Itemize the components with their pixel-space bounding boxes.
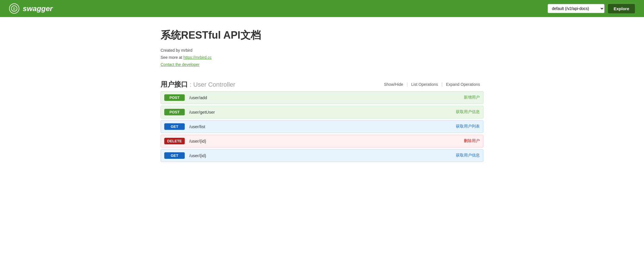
controller-title-main: 用户接口 — [161, 80, 188, 88]
controller-actions: Show/Hide | List Operations | Expand Ope… — [381, 82, 483, 87]
api-row[interactable]: GET/user/{id}获取用户信息 — [161, 149, 483, 162]
see-more-text: See more at — [161, 55, 182, 60]
header-right: default (/v2/api-docs) Explore — [548, 4, 635, 13]
api-path: /user/list — [189, 124, 451, 129]
contact-link[interactable]: Contact the developer — [161, 61, 483, 68]
controller-header: 用户接口 : User Controller Show/Hide | List … — [161, 80, 483, 89]
app-header: {} swagger default (/v2/api-docs) Explor… — [0, 0, 644, 17]
explore-button[interactable]: Explore — [608, 4, 635, 13]
controller-title-sub: : User Controller — [190, 81, 235, 88]
api-row[interactable]: DELETE/user/{id}删除用户 — [161, 135, 483, 147]
swagger-logo-icon: {} — [9, 3, 19, 14]
api-path: /user/{id} — [189, 139, 459, 143]
api-row[interactable]: POST/user/add新增用户 — [161, 91, 483, 104]
created-by-text: Created by mrbird — [161, 48, 192, 53]
header-left: {} swagger — [9, 3, 53, 14]
api-description: 删除用户 — [459, 138, 480, 143]
api-description: 获取用户信息 — [451, 109, 480, 114]
api-docs-select[interactable]: default (/v2/api-docs) — [548, 4, 604, 13]
list-operations-action[interactable]: List Operations — [408, 82, 441, 87]
api-row[interactable]: GET/user/list获取用户列表 — [161, 120, 483, 133]
expand-operations-action[interactable]: Expand Operations — [443, 82, 483, 87]
api-description: 新增用户 — [459, 95, 480, 100]
api-endpoint-list: POST/user/add新增用户POST/user/getUser获取用户信息… — [161, 91, 483, 162]
main-content: 系统RESTful API文档 Created by mrbird See mo… — [151, 17, 493, 173]
website-link[interactable]: https://mrbird.cc — [183, 55, 212, 60]
app-title: swagger — [23, 4, 53, 13]
svg-text:{}: {} — [13, 7, 15, 10]
controller-section: 用户接口 : User Controller Show/Hide | List … — [161, 80, 483, 162]
info-block: Created by mrbird See more at https://mr… — [161, 47, 483, 68]
api-description: 获取用户信息 — [451, 153, 480, 158]
api-path: /user/getUser — [189, 110, 451, 114]
api-row[interactable]: POST/user/getUser获取用户信息 — [161, 106, 483, 118]
method-badge: POST — [164, 109, 185, 115]
method-badge: GET — [164, 123, 185, 130]
method-badge: POST — [164, 94, 185, 101]
show-hide-action[interactable]: Show/Hide — [381, 82, 407, 87]
api-path: /user/{id} — [189, 153, 451, 158]
controller-title: 用户接口 : User Controller — [161, 80, 235, 89]
page-title: 系统RESTful API文档 — [161, 28, 483, 42]
method-badge: DELETE — [164, 138, 185, 144]
api-description: 获取用户列表 — [451, 124, 480, 129]
method-badge: GET — [164, 152, 185, 159]
api-path: /user/add — [189, 95, 459, 100]
